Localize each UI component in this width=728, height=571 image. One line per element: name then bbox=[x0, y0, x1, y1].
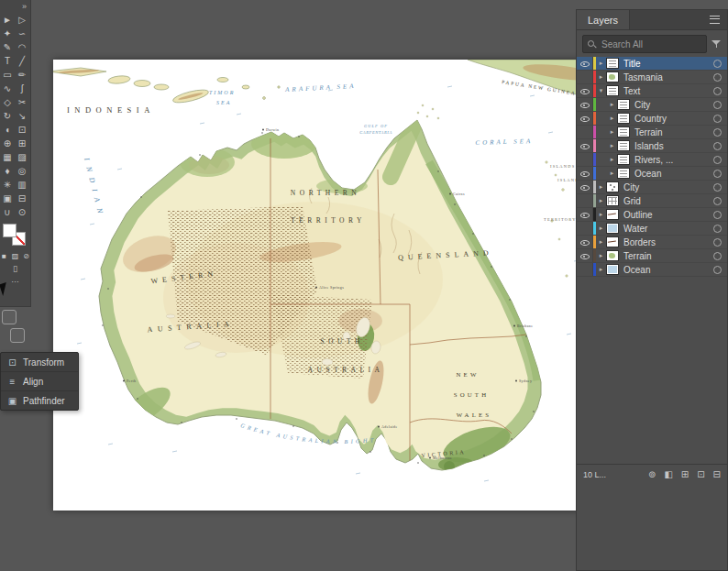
chevron-right-icon[interactable]: ▸ bbox=[607, 115, 617, 122]
layer-row-text[interactable]: ▾Text bbox=[577, 84, 727, 98]
layer-name[interactable]: Borders bbox=[623, 237, 713, 247]
layer-row-terrain[interactable]: ▸Terrain bbox=[577, 126, 727, 139]
tool-selection[interactable]: ► bbox=[0, 13, 15, 27]
visibility-toggle[interactable] bbox=[577, 236, 593, 248]
chevron-right-icon[interactable]: ▸ bbox=[607, 101, 617, 108]
visibility-toggle[interactable] bbox=[577, 57, 593, 70]
layer-thumbnail[interactable] bbox=[606, 181, 619, 192]
collapsed-panel-button-1[interactable] bbox=[2, 310, 17, 324]
layer-name[interactable]: Rivers, ... bbox=[634, 155, 713, 165]
tool-eyedropper[interactable]: ♦ bbox=[0, 164, 15, 178]
search-input[interactable] bbox=[600, 38, 701, 50]
layer-thumbnail[interactable] bbox=[617, 168, 630, 179]
target-circle[interactable] bbox=[713, 156, 722, 164]
target-circle[interactable] bbox=[713, 238, 722, 247]
chevron-right-icon[interactable]: ▸ bbox=[607, 156, 617, 163]
layer-row-water[interactable]: ▸Water bbox=[577, 222, 727, 236]
tool-lasso[interactable]: ∽ bbox=[15, 27, 29, 40]
chevron-right-icon[interactable]: ▸ bbox=[596, 252, 606, 259]
tool-rectangle[interactable]: ▭ bbox=[0, 68, 15, 82]
tab-layers[interactable]: Layers bbox=[577, 10, 630, 29]
search-box[interactable] bbox=[582, 35, 707, 53]
target-circle[interactable] bbox=[713, 266, 722, 274]
layer-thumbnail[interactable] bbox=[606, 236, 619, 247]
chevron-down-icon[interactable]: ▾ bbox=[596, 87, 606, 94]
tool-type[interactable]: T bbox=[0, 54, 15, 68]
fill-swatch[interactable] bbox=[3, 224, 17, 237]
layer-row-rivers[interactable]: ▸Rivers, ... bbox=[577, 153, 727, 167]
locate-object-icon[interactable]: ⊚ bbox=[648, 470, 656, 479]
visibility-toggle[interactable] bbox=[577, 112, 593, 125]
layer-name[interactable]: Text bbox=[623, 86, 713, 96]
layer-thumbnail[interactable] bbox=[606, 223, 619, 234]
layer-thumbnail[interactable] bbox=[617, 113, 630, 124]
target-circle[interactable] bbox=[713, 183, 722, 192]
visibility-toggle[interactable] bbox=[577, 139, 593, 152]
layer-name[interactable]: Grid bbox=[623, 196, 713, 206]
layer-thumbnail[interactable] bbox=[606, 264, 619, 275]
tool-shaper[interactable]: ʃ bbox=[15, 82, 29, 95]
gradient-button[interactable]: ▨ bbox=[11, 252, 19, 260]
target-circle[interactable] bbox=[713, 60, 722, 68]
tool-pen[interactable]: ✎ bbox=[0, 40, 15, 54]
filter-icon[interactable] bbox=[711, 39, 722, 49]
visibility-toggle[interactable] bbox=[577, 84, 593, 97]
visibility-toggle[interactable] bbox=[577, 222, 593, 235]
tool-free-transform[interactable]: ⊡ bbox=[15, 123, 29, 137]
layer-name[interactable]: Terrain bbox=[634, 127, 713, 137]
visibility-toggle[interactable] bbox=[577, 71, 593, 83]
artboard[interactable]: DarwinCairnsBrisbaneSydneyMelbourneAdela… bbox=[53, 60, 607, 511]
layer-name[interactable]: Title bbox=[623, 59, 713, 69]
layer-row-country[interactable]: ▸Country bbox=[577, 112, 727, 126]
layer-name[interactable]: Islands bbox=[634, 141, 713, 151]
target-circle[interactable] bbox=[713, 115, 722, 123]
visibility-toggle[interactable] bbox=[577, 167, 593, 180]
layer-row-city[interactable]: ▸City bbox=[577, 181, 727, 194]
visibility-toggle[interactable] bbox=[577, 181, 593, 193]
tool-perspective-grid[interactable]: ⊞ bbox=[15, 137, 29, 150]
visibility-toggle[interactable] bbox=[577, 153, 593, 166]
tool-curvature[interactable]: ◠ bbox=[15, 40, 29, 54]
layer-thumbnail[interactable] bbox=[617, 126, 630, 137]
target-circle[interactable] bbox=[713, 252, 722, 260]
visibility-toggle[interactable] bbox=[577, 208, 593, 221]
visibility-toggle[interactable] bbox=[577, 194, 593, 207]
tool-gradient[interactable]: ▨ bbox=[15, 150, 29, 164]
layer-row-title[interactable]: ▸Title bbox=[577, 57, 727, 71]
tool-line-segment[interactable]: ╱ bbox=[15, 54, 29, 68]
layer-thumbnail[interactable] bbox=[606, 250, 619, 261]
tool-blend[interactable]: ◎ bbox=[15, 164, 29, 178]
tool-zoom[interactable]: ⊙ bbox=[15, 205, 29, 219]
layer-row-tasmania[interactable]: ▸Tasmania bbox=[577, 71, 727, 84]
target-circle[interactable] bbox=[713, 142, 722, 150]
tool-paintbrush[interactable]: ✏ bbox=[15, 68, 29, 82]
create-new-sublayer-icon[interactable]: ⊞ bbox=[681, 470, 689, 479]
tool-direct-selection[interactable]: ▷ bbox=[15, 13, 29, 27]
layer-name[interactable]: Ocean bbox=[623, 265, 713, 275]
tool-magic-wand[interactable]: ✦ bbox=[0, 27, 15, 40]
target-circle[interactable] bbox=[713, 128, 722, 137]
delete-selection-icon[interactable]: ⊟ bbox=[713, 470, 721, 479]
tool-pencil[interactable]: ∿ bbox=[0, 82, 15, 95]
chevron-right-icon[interactable]: ▸ bbox=[607, 170, 617, 177]
target-circle[interactable] bbox=[713, 225, 722, 233]
layer-name[interactable]: Tasmania bbox=[623, 72, 713, 82]
panel-menu-button[interactable] bbox=[710, 16, 720, 24]
layer-name[interactable]: Outline bbox=[623, 210, 713, 220]
create-new-layer-icon[interactable]: ⊡ bbox=[697, 470, 704, 479]
screen-mode-button[interactable]: ▯ bbox=[13, 263, 17, 274]
visibility-toggle[interactable] bbox=[577, 126, 593, 138]
layer-thumbnail[interactable] bbox=[617, 99, 630, 110]
target-circle[interactable] bbox=[713, 101, 722, 109]
layer-name[interactable]: Water bbox=[623, 224, 713, 234]
chevron-right-icon[interactable]: ▸ bbox=[596, 197, 606, 204]
chevron-right-icon[interactable]: ▸ bbox=[607, 128, 617, 136]
target-circle[interactable] bbox=[713, 197, 722, 205]
tool-shape-builder[interactable]: ⊕ bbox=[0, 137, 15, 150]
tool-artboard[interactable]: ▣ bbox=[0, 192, 15, 205]
layer-name[interactable]: City bbox=[623, 182, 713, 192]
tool-mesh[interactable]: ▦ bbox=[0, 150, 15, 164]
layer-thumbnail[interactable] bbox=[617, 140, 630, 151]
layer-thumbnail[interactable] bbox=[606, 195, 619, 206]
layer-thumbnail[interactable] bbox=[606, 209, 619, 220]
